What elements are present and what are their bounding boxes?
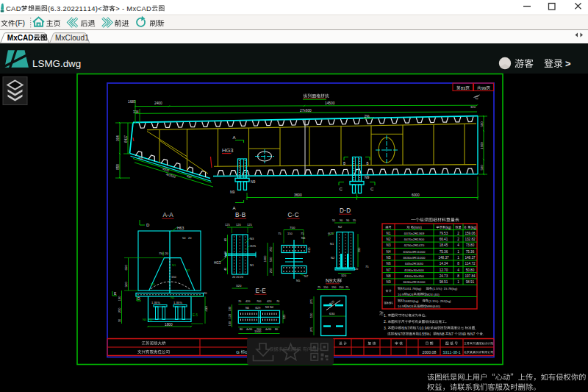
svg-text:(1.5%): 15.78(kg): (1.5%): 15.78(kg)	[432, 287, 457, 291]
svg-text:4: 4	[457, 268, 459, 272]
svg-text:N7: N7	[405, 326, 410, 330]
svg-text:N2: N2	[186, 268, 190, 272]
svg-text:10.9: 10.9	[398, 304, 404, 308]
svg-text:1685: 1685	[128, 100, 136, 104]
svg-text:700: 700	[290, 226, 295, 229]
svg-text:100: 100	[229, 321, 232, 326]
svg-text:N1: N1	[387, 232, 391, 235]
svg-text:70: 70	[276, 300, 279, 303]
svg-text:B: B	[367, 162, 369, 165]
svg-text:S311-38-1: S311-38-1	[442, 350, 460, 354]
svg-text:1.35%: 1.35%	[173, 301, 182, 304]
svg-text:73.80: 73.80	[466, 243, 475, 247]
svg-text:14.34: 14.34	[440, 262, 448, 266]
svg-text:B-B: B-B	[235, 212, 246, 218]
svg-text:N1: N1	[330, 242, 334, 246]
svg-text:75: 75	[345, 286, 348, 289]
svg-text:4x90: 4x90	[265, 328, 271, 331]
svg-text:δ630x3R11000: δ630x3R11000	[404, 256, 426, 260]
svg-text:δ370x2R1369: δ370x2R1369	[404, 232, 425, 235]
svg-text:N9: N9	[251, 179, 256, 184]
svg-text:δ630x2R11000: δ630x2R11000	[404, 280, 426, 284]
svg-text:M24 (40): M24 (40)	[426, 293, 440, 296]
svg-text:79.53: 79.53	[440, 232, 448, 235]
svg-text:6000: 6000	[412, 193, 420, 197]
svg-text:B: B	[343, 162, 345, 165]
svg-text:4x90: 4x90	[246, 328, 252, 331]
svg-text:2400: 2400	[154, 101, 162, 105]
svg-text:HG3: HG3	[214, 261, 221, 265]
svg-text:500: 500	[480, 165, 484, 171]
svg-text:D: D	[137, 296, 140, 301]
svg-text:1800: 1800	[165, 323, 173, 327]
svg-text:1000: 1000	[254, 329, 262, 333]
svg-text:24.73: 24.73	[440, 274, 448, 278]
svg-text:(kg): (kg)	[445, 226, 451, 229]
svg-text:MxCloud1: MxCloud1	[55, 34, 89, 42]
svg-text:20 20 20: 20 20 20	[232, 276, 243, 279]
svg-text:M24: M24	[407, 293, 414, 296]
svg-text:N7: N7	[304, 274, 309, 278]
svg-text:90: 90	[346, 219, 349, 222]
svg-text:E-E: E-E	[255, 288, 266, 294]
svg-text:N9: N9	[230, 190, 235, 194]
svg-text:858: 858	[116, 164, 120, 170]
svg-text:55: 55	[353, 219, 356, 222]
svg-text:N6: N6	[148, 318, 153, 321]
svg-text:>: >	[565, 58, 571, 69]
svg-text:2000.08: 2000.08	[423, 350, 437, 354]
svg-text:(mm): (mm)	[414, 226, 422, 229]
svg-text:250: 250	[118, 307, 121, 313]
svg-text:N5: N5	[143, 318, 147, 321]
svg-text:275: 275	[309, 327, 313, 332]
svg-text:MxCAD: MxCAD	[7, 34, 34, 42]
svg-text:δ470x2R1900: δ470x2R1900	[404, 238, 425, 241]
svg-text:3600: 3600	[294, 193, 302, 197]
svg-text:N1: N1	[172, 263, 176, 267]
svg-text:904: 904	[116, 135, 120, 141]
svg-text:75: 75	[365, 265, 369, 268]
svg-text:N7: N7	[398, 332, 403, 336]
svg-text:75: 75	[278, 232, 282, 235]
svg-text:(6.3.20221114)<: (6.3.20221114)<	[48, 4, 102, 13]
svg-text:120: 120	[236, 223, 241, 227]
svg-text:20: 20	[204, 291, 207, 295]
svg-text:148.37: 148.37	[439, 256, 449, 260]
svg-text:C: C	[370, 187, 374, 191]
svg-text:N9: N9	[326, 278, 332, 283]
svg-text:A: A	[233, 206, 236, 210]
svg-text:250: 250	[269, 268, 273, 273]
svg-text:650: 650	[124, 265, 128, 271]
svg-text:N3 N4: N3 N4	[265, 306, 273, 309]
svg-text:Φ25: Φ25	[250, 244, 257, 248]
svg-text:10.9: 10.9	[420, 326, 427, 330]
svg-text:390: 390	[357, 247, 361, 252]
svg-text:(kg): (kg)	[470, 226, 476, 229]
svg-text:N6: N6	[245, 307, 249, 310]
svg-text:A: A	[233, 135, 236, 140]
svg-text:1.35%: 1.35%	[151, 301, 160, 304]
svg-text:150: 150	[171, 275, 176, 279]
svg-text:.: .	[483, 332, 484, 336]
svg-text:98.91: 98.91	[440, 280, 448, 284]
svg-text:18.45: 18.45	[440, 243, 448, 247]
svg-text:150: 150	[323, 286, 328, 289]
svg-text:,: ,	[475, 326, 476, 330]
svg-text:12.70: 12.70	[440, 268, 448, 272]
svg-text:99: 99	[481, 86, 487, 90]
svg-text:20: 20	[188, 236, 192, 240]
svg-text:N5: N5	[296, 279, 301, 282]
svg-text:40: 40	[224, 238, 227, 241]
svg-text:20: 20	[355, 268, 358, 271]
svg-text:G: G	[236, 350, 240, 354]
svg-text:75.36: 75.36	[440, 250, 448, 254]
svg-text:δ300x30x350: δ300x30x350	[404, 274, 424, 278]
svg-text:M24: M24	[407, 304, 414, 308]
svg-text:8: 8	[457, 274, 459, 278]
svg-text:δ180x30x500: δ180x30x500	[404, 268, 424, 272]
svg-text:A-A: A-A	[162, 212, 173, 218]
svg-text:30: 30	[118, 318, 121, 322]
svg-text:70: 70	[238, 300, 241, 303]
svg-text:(1.5%): 252(kg): (1.5%): 252(kg)	[429, 299, 451, 303]
svg-text:N7: N7	[387, 268, 391, 272]
